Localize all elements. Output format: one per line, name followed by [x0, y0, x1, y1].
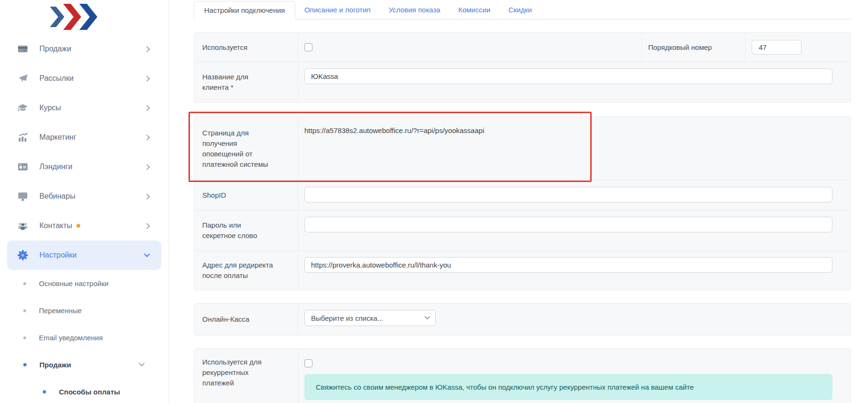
- credentials-section: Страница для получения оповещений от пла…: [194, 116, 851, 290]
- spacer: [194, 19, 851, 32]
- redirect-url-label: Адрес для редиректа после оплаты: [194, 251, 298, 290]
- online-kassa-label: Онлайн-Касса: [194, 304, 298, 335]
- app-logo[interactable]: [45, 4, 102, 30]
- table-row: Страница для получения оповещений от пла…: [194, 117, 850, 180]
- settings-table-recurrent: Используется для рекуррентных платежей С…: [194, 348, 851, 403]
- gear-icon: [17, 249, 29, 261]
- sidebar-subitem-sales[interactable]: Продажи: [0, 351, 169, 378]
- settings-submenu: Основные настройки Переменные Email увед…: [0, 270, 169, 403]
- sidebar-subitem-label: Основные настройки: [39, 279, 144, 288]
- sidebar-subitem-label: Способы оплаты: [59, 388, 144, 396]
- notify-url-label: Страница для получения оповещений от пла…: [194, 117, 298, 180]
- table-row: Пароль или секретное слово: [194, 210, 850, 250]
- bullet-dot-icon: [23, 363, 27, 366]
- tab-connection-settings[interactable]: Настройки подключения: [194, 1, 295, 19]
- sidebar-item-label: Продажи: [39, 45, 145, 53]
- online-kassa-selected-value: Выберите из списка...: [311, 314, 383, 322]
- shop-id-input[interactable]: [304, 187, 832, 202]
- sidebar-subitem-label: Email уведомления: [39, 334, 144, 342]
- sidebar-item-label: Вебинары: [39, 192, 145, 201]
- recurrent-info-note: Свяжитесь со своим менеджером в ЮKassa, …: [304, 374, 832, 400]
- chevron-right-icon: [144, 76, 150, 82]
- chevron-right-icon: [144, 164, 150, 170]
- sidebar-item-label: Курсы: [39, 104, 145, 112]
- used-checkbox[interactable]: [304, 43, 312, 51]
- sidebar-item-label: Контакты: [39, 221, 72, 230]
- chevron-down-icon: [425, 314, 430, 319]
- sidebar-nav: Продажи Рассылки Курсы Маркетинг: [0, 34, 169, 270]
- tab-description-and-logo[interactable]: Описание и логотип: [295, 0, 380, 19]
- sidebar: Продажи Рассылки Курсы Маркетинг: [0, 0, 169, 403]
- client-name-label: Название для клиента *: [194, 62, 298, 102]
- sidebar-subitem-main-settings[interactable]: Основные настройки: [0, 270, 169, 297]
- recurrent-checkbox[interactable]: [304, 359, 312, 367]
- table-row: Используется для рекуррентных платежей С…: [194, 349, 850, 403]
- chevron-right-icon: [144, 134, 150, 141]
- recurrent-label: Используется для рекуррентных платежей: [194, 349, 298, 403]
- sidebar-item-label: Маркетинг: [39, 133, 145, 142]
- settings-table-credentials: Страница для получения оповещений от пла…: [194, 116, 851, 290]
- landing-page-icon: [17, 161, 29, 173]
- bullet-dot-icon: [23, 336, 26, 339]
- bullet-dot-icon: [23, 282, 26, 285]
- client-name-input[interactable]: [304, 68, 832, 84]
- tab-display-conditions[interactable]: Условия показа: [379, 0, 449, 19]
- monitor-icon: [17, 191, 29, 202]
- sidebar-item-label: Лэндинги: [39, 163, 145, 171]
- sidebar-item-settings[interactable]: Настройки: [7, 240, 161, 270]
- chevron-right-icon: [144, 223, 150, 229]
- tab-discounts[interactable]: Скидки: [500, 0, 541, 19]
- settings-table-kassa: Онлайн-Касса Выберите из списка...: [194, 303, 851, 336]
- chevron-right-icon: [144, 193, 150, 200]
- settings-table-top: Используется Порядковый номер Название д…: [194, 32, 851, 103]
- bullet-dot-icon: [43, 390, 46, 393]
- sidebar-item-webinars[interactable]: Вебинары: [7, 182, 161, 211]
- notification-dot-icon: [76, 224, 80, 228]
- sidebar-item-sales[interactable]: Продажи: [7, 34, 161, 64]
- users-icon: [17, 220, 29, 231]
- paper-plane-icon: [17, 73, 29, 84]
- sidebar-subitem-variables[interactable]: Переменные: [0, 297, 169, 324]
- table-row: Название для клиента *: [194, 62, 850, 102]
- sidebar-item-mailings[interactable]: Рассылки: [7, 64, 161, 93]
- sidebar-subitem-payment-methods[interactable]: Способы оплаты: [0, 378, 169, 403]
- spacer: [194, 103, 851, 116]
- sidebar-item-label: Настройки: [39, 251, 145, 259]
- table-row: Адрес для редиректа после оплаты: [194, 250, 850, 290]
- spacer: [194, 290, 851, 303]
- chevron-right-icon: [144, 105, 150, 111]
- double-chevron-logo-icon: [45, 4, 102, 30]
- tab-commissions[interactable]: Комиссии: [449, 0, 500, 19]
- online-kassa-select[interactable]: Выберите из списка...: [304, 310, 436, 326]
- used-label: Используется: [194, 33, 298, 62]
- table-row: Онлайн-Касса Выберите из списка...: [194, 304, 850, 335]
- sidebar-subitem-email-notifications[interactable]: Email уведомления: [0, 324, 169, 351]
- secret-word-label: Пароль или секретное слово: [194, 211, 298, 250]
- sidebar-item-contacts[interactable]: Контакты: [7, 211, 161, 240]
- table-row: Используется Порядковый номер: [194, 33, 850, 62]
- growth-chart-icon: [17, 132, 29, 143]
- sidebar-item-landings[interactable]: Лэндинги: [7, 152, 161, 182]
- tab-bar: Настройки подключения Описание и логотип…: [194, 0, 851, 19]
- notify-url-value: https://a57838s2.autoweboffice.ru/?r=api…: [304, 123, 832, 134]
- order-number-input[interactable]: [752, 40, 802, 55]
- chevron-right-icon: [144, 46, 150, 52]
- chevron-down-icon: [144, 251, 150, 257]
- sidebar-item-marketing[interactable]: Маркетинг: [7, 123, 161, 152]
- spacer: [194, 336, 851, 348]
- sidebar-item-courses[interactable]: Курсы: [7, 93, 161, 123]
- secret-word-input[interactable]: [304, 217, 832, 232]
- main-content: Настройки подключения Описание и логотип…: [194, 0, 851, 403]
- order-number-label: Порядковый номер: [642, 33, 745, 62]
- sidebar-subitem-label: Переменные: [39, 307, 144, 315]
- sidebar-subitem-label: Продажи: [39, 361, 140, 369]
- shop-id-label: ShopID: [194, 181, 298, 210]
- credit-card-icon: [17, 43, 29, 55]
- bullet-dot-icon: [23, 309, 26, 312]
- chevron-down-icon: [139, 360, 145, 366]
- graduation-cap-icon: [17, 102, 29, 114]
- table-row: ShopID: [194, 180, 850, 210]
- redirect-url-input[interactable]: [304, 257, 832, 273]
- sidebar-item-label: Рассылки: [39, 74, 145, 83]
